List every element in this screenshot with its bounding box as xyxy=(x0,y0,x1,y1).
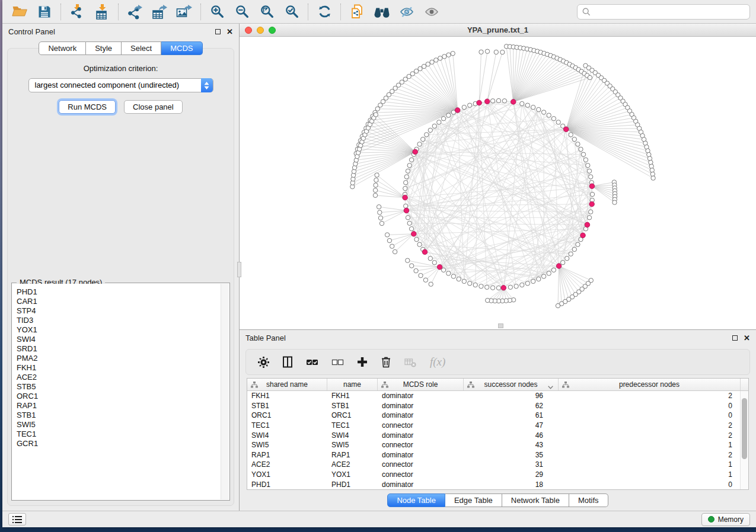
search-box[interactable] xyxy=(577,4,750,20)
export-image-icon[interactable] xyxy=(172,2,197,21)
float-panel-icon[interactable] xyxy=(215,29,221,34)
table-cell[interactable]: 18 xyxy=(464,480,559,489)
show-all-icon[interactable] xyxy=(419,2,444,21)
table-cell[interactable]: FKH1 xyxy=(247,392,327,400)
tab-network[interactable]: Network xyxy=(39,41,86,55)
table-cell[interactable]: 1 xyxy=(559,460,740,469)
zoom-selected-icon[interactable] xyxy=(279,2,304,21)
table-row[interactable]: RAP1RAP1dominator352 xyxy=(247,450,740,460)
add-column-icon[interactable] xyxy=(357,357,368,367)
table-cell[interactable]: 47 xyxy=(464,421,559,430)
table-cell[interactable]: ACE2 xyxy=(327,460,378,469)
table-row[interactable]: SWI4SWI4dominator462 xyxy=(247,430,740,440)
table-row[interactable]: PHD1PHD1dominator180 xyxy=(247,479,740,489)
table-cell[interactable]: 35 xyxy=(464,451,559,459)
table-cell[interactable]: RAP1 xyxy=(247,451,327,459)
table-cell[interactable]: 46 xyxy=(464,431,559,440)
table-cell[interactable]: dominator xyxy=(378,392,464,400)
mcds-result-item[interactable]: SWI4 xyxy=(17,335,221,344)
hide-selected-icon[interactable] xyxy=(394,2,419,21)
zoom-in-icon[interactable] xyxy=(205,2,229,21)
table-row[interactable]: STB1STB1dominator620 xyxy=(247,401,740,411)
table-cell[interactable]: RAP1 xyxy=(327,451,378,459)
mcds-result-item[interactable]: STB1 xyxy=(17,411,221,420)
table-row[interactable]: SWI5SWI5connector431 xyxy=(247,440,740,450)
tab-style[interactable]: Style xyxy=(86,41,122,55)
close-panel-icon[interactable]: ✕ xyxy=(227,28,233,36)
node-table-body[interactable]: FKH1FKH1dominator962STB1STB1dominator620… xyxy=(247,391,740,489)
mcds-result-item[interactable]: FKH1 xyxy=(17,363,221,373)
network-window-titlebar[interactable]: YPA_prune.txt_1 xyxy=(240,24,756,37)
import-network-icon[interactable] xyxy=(65,2,90,21)
mcds-result-item[interactable]: ACE2 xyxy=(17,373,221,382)
mcds-result-item[interactable]: CAR1 xyxy=(17,297,221,306)
mcds-result-item[interactable]: SWI5 xyxy=(17,420,221,430)
table-cell[interactable]: SWI5 xyxy=(327,441,378,449)
column-header-successor-nodes[interactable]: successor nodes xyxy=(464,379,559,390)
table-cell[interactable]: TEC1 xyxy=(327,421,378,430)
mcds-result-list[interactable]: PHD1CAR1STP4TID3YOX1SWI4SRD1PMA2FKH1ACE2… xyxy=(12,284,221,499)
zoom-out-icon[interactable] xyxy=(229,2,254,21)
table-cell[interactable]: ACE2 xyxy=(247,460,327,469)
mcds-result-item[interactable]: ORC1 xyxy=(17,392,221,401)
mcds-result-item[interactable]: GCR1 xyxy=(17,439,221,448)
table-cell[interactable]: 0 xyxy=(559,402,740,410)
network-graph[interactable] xyxy=(240,37,754,329)
table-cell[interactable]: 29 xyxy=(464,470,559,479)
table-cell[interactable]: connector xyxy=(378,460,464,469)
table-scrollbar[interactable] xyxy=(740,391,748,489)
table-cell[interactable]: 0 xyxy=(559,411,740,419)
float-table-panel-icon[interactable] xyxy=(732,335,738,341)
table-cell[interactable]: SWI4 xyxy=(327,431,378,440)
zoom-fit-icon[interactable] xyxy=(254,2,279,21)
search-input[interactable] xyxy=(594,7,745,16)
table-cell[interactable]: FKH1 xyxy=(327,392,378,400)
close-table-panel-icon[interactable]: ✕ xyxy=(744,334,750,342)
table-cell[interactable]: 2 xyxy=(559,451,740,459)
select-all-icon[interactable] xyxy=(306,357,318,367)
table-cell[interactable]: connector xyxy=(378,441,464,449)
table-cell[interactable]: STB1 xyxy=(247,402,327,410)
table-cell[interactable]: dominator xyxy=(378,451,464,459)
table-cell[interactable]: 62 xyxy=(464,402,559,410)
tab-network-table[interactable]: Network Table xyxy=(502,493,569,507)
tab-select[interactable]: Select xyxy=(122,41,161,55)
table-cell[interactable]: 2 xyxy=(559,421,740,430)
table-cell[interactable]: connector xyxy=(378,421,464,430)
table-cell[interactable]: dominator xyxy=(378,431,464,440)
table-cell[interactable]: 2 xyxy=(559,431,740,440)
export-network-icon[interactable] xyxy=(122,2,147,21)
mcds-result-item[interactable]: STB5 xyxy=(17,382,221,392)
table-cell[interactable]: PHD1 xyxy=(247,480,327,489)
deselect-all-icon[interactable] xyxy=(331,357,344,367)
mcds-result-item[interactable]: TID3 xyxy=(17,316,221,325)
table-row[interactable]: TEC1TEC1connector472 xyxy=(247,421,740,431)
table-cell[interactable]: YOX1 xyxy=(327,470,378,479)
node-table-header[interactable]: shared namenameMCDS rolesuccessor nodesp… xyxy=(247,379,748,391)
table-row[interactable]: YOX1YOX1connector291 xyxy=(247,470,740,480)
save-session-icon[interactable] xyxy=(32,2,57,21)
table-cell[interactable]: dominator xyxy=(378,411,464,419)
table-cell[interactable]: 96 xyxy=(464,392,559,400)
run-mcds-button[interactable]: Run MCDS xyxy=(59,100,116,114)
table-row[interactable]: FKH1FKH1dominator962 xyxy=(247,391,740,401)
mcds-result-item[interactable]: STP4 xyxy=(17,306,221,316)
delete-column-icon[interactable] xyxy=(381,356,391,368)
gear-icon[interactable] xyxy=(258,357,269,368)
table-cell[interactable]: 31 xyxy=(464,460,559,469)
close-panel-button[interactable]: Close panel xyxy=(124,100,183,114)
mcds-result-item[interactable]: SRD1 xyxy=(17,344,221,354)
mcds-result-scrollbar[interactable] xyxy=(221,284,229,499)
table-cell[interactable]: ORC1 xyxy=(327,411,378,419)
tab-node-table[interactable]: Node Table xyxy=(387,493,445,507)
table-cell[interactable]: dominator xyxy=(378,402,464,410)
table-cell[interactable]: connector xyxy=(378,470,464,479)
memory-button[interactable]: Memory xyxy=(701,513,750,526)
mcds-result-item[interactable]: YOX1 xyxy=(17,325,221,335)
column-header-MCDS-role[interactable]: MCDS role xyxy=(378,379,464,390)
column-header-name[interactable]: name xyxy=(327,379,378,390)
table-cell[interactable]: 43 xyxy=(464,441,559,449)
mcds-result-item[interactable]: PHD1 xyxy=(17,287,221,297)
share-network-icon[interactable] xyxy=(344,2,369,21)
search-network-icon[interactable] xyxy=(369,2,394,21)
